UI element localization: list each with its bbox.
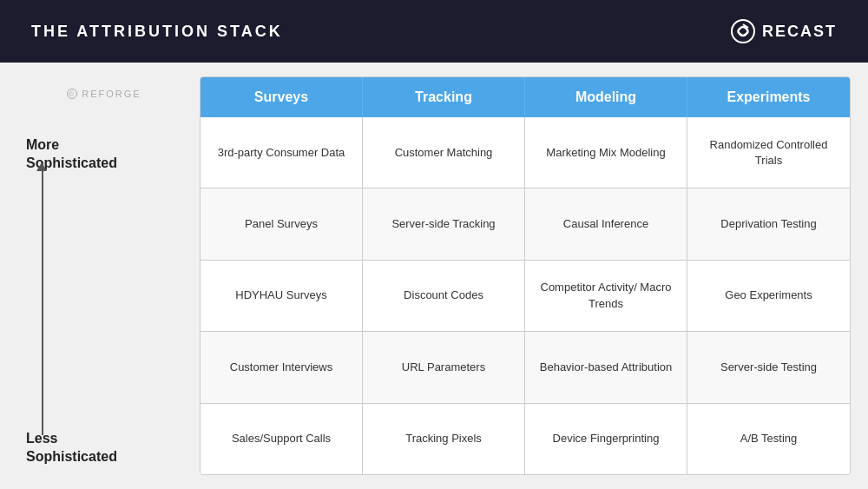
cell-r2-c3: Geo Experiments — [687, 261, 850, 331]
col-header-surveys: Surveys — [201, 77, 363, 117]
cell-r3-c3: Server-side Testing — [687, 332, 850, 402]
sophistication-labels: MoreSophisticated LessSophisticated — [17, 136, 191, 466]
recast-logo-icon — [731, 19, 755, 43]
cell-r0-c3: Randomized Controlled Trials — [687, 117, 850, 188]
table-body: 3rd-party Consumer Data Customer Matchin… — [201, 117, 850, 474]
page-wrapper: THE ATTRIBUTION STACK RECAST © REFORGE M… — [0, 0, 868, 489]
cell-r3-c0: Customer Interviews — [201, 332, 363, 402]
cell-r4-c1: Tracking Pixels — [363, 404, 525, 474]
cell-r1-c0: Panel Surveys — [201, 188, 363, 259]
copyright-icon: © — [67, 89, 77, 99]
cell-r2-c0: HDYHAU Surveys — [201, 261, 363, 331]
logo-text: RECAST — [762, 23, 837, 41]
cell-r1-c1: Server-side Tracking — [363, 188, 525, 259]
arrow-line — [42, 168, 43, 435]
left-sidebar: © REFORGE MoreSophisticated LessSophisti… — [17, 76, 200, 475]
cell-r4-c3: A/B Testing — [687, 404, 850, 474]
cell-r0-c1: Customer Matching — [363, 117, 525, 188]
cell-r3-c1: URL Parameters — [363, 332, 525, 402]
main-content: © REFORGE MoreSophisticated LessSophisti… — [0, 63, 868, 489]
table-row: Panel Surveys Server-side Tracking Causa… — [201, 188, 850, 260]
reforge-text: REFORGE — [82, 89, 141, 99]
table-header: Surveys Tracking Modeling Experiments — [201, 77, 850, 117]
header: THE ATTRIBUTION STACK RECAST — [0, 0, 868, 63]
cell-r3-c2: Behavior-based Attribution — [525, 332, 687, 402]
cell-r2-c2: Competitor Activity/ Macro Trends — [525, 261, 687, 331]
table-row: Customer Interviews URL Parameters Behav… — [201, 332, 850, 403]
svg-point-0 — [732, 20, 754, 43]
attribution-table: Surveys Tracking Modeling Experiments 3r… — [200, 76, 851, 475]
table-row: Sales/Support Calls Tracking Pixels Devi… — [201, 404, 850, 474]
cell-r0-c0: 3rd-party Consumer Data — [201, 117, 363, 188]
col-header-modeling: Modeling — [525, 77, 687, 117]
cell-r4-c0: Sales/Support Calls — [201, 404, 363, 474]
cell-r4-c2: Device Fingerprinting — [525, 404, 687, 474]
table-row: 3rd-party Consumer Data Customer Matchin… — [201, 117, 850, 188]
cell-r0-c2: Marketing Mix Modeling — [525, 117, 687, 188]
cell-r1-c3: Deprivation Testing — [687, 188, 850, 259]
cell-r2-c1: Discount Codes — [363, 261, 525, 331]
less-sophisticated-label: LessSophisticated — [26, 430, 117, 466]
table-row: HDYHAU Surveys Discount Codes Competitor… — [201, 261, 850, 332]
page-title: THE ATTRIBUTION STACK — [31, 23, 283, 41]
col-header-tracking: Tracking — [363, 77, 525, 117]
col-header-experiments: Experiments — [687, 77, 850, 117]
logo: RECAST — [731, 19, 837, 43]
reforge-label: © REFORGE — [67, 89, 141, 99]
cell-r1-c2: Causal Inference — [525, 188, 687, 259]
